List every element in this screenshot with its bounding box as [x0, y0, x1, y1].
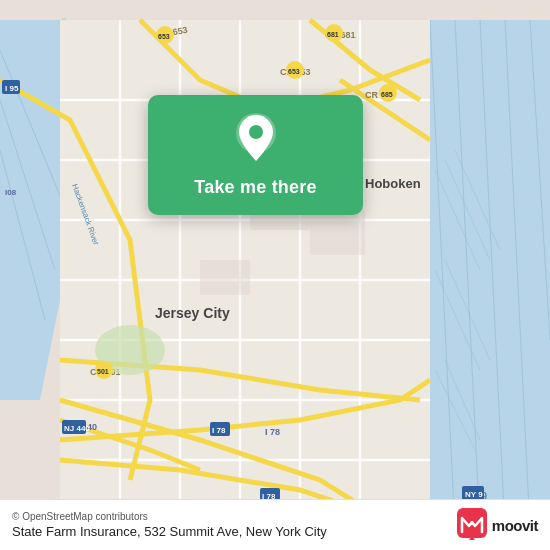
footer-left: © OpenStreetMap contributors State Farm …	[12, 511, 327, 539]
svg-text:I 78: I 78	[212, 426, 226, 435]
address-text: State Farm Insurance, 532 Summit Ave, Ne…	[12, 524, 327, 539]
svg-text:I 95: I 95	[5, 84, 19, 93]
svg-rect-67	[200, 260, 250, 295]
svg-point-70	[249, 125, 263, 139]
svg-text:681: 681	[327, 31, 339, 38]
svg-text:I 78: I 78	[265, 427, 280, 437]
moovit-logo: moovit	[457, 508, 538, 542]
copyright-text: © OpenStreetMap contributors	[12, 511, 327, 522]
map-background: CR 653 CR 681 CR 653 CR 685 I 95 I 78 I …	[0, 0, 550, 550]
svg-rect-68	[310, 210, 365, 255]
svg-text:653: 653	[158, 33, 170, 40]
svg-text:NJ 440: NJ 440	[64, 424, 90, 433]
svg-text:685: 685	[381, 91, 393, 98]
svg-text:Jersey City: Jersey City	[155, 305, 230, 321]
location-pin-icon	[233, 113, 279, 165]
moovit-logo-icon	[457, 508, 487, 542]
take-me-there-button[interactable]: Take me there	[194, 177, 316, 199]
svg-text:653: 653	[288, 68, 300, 75]
take-me-there-card[interactable]: Take me there	[148, 95, 363, 215]
svg-text:501: 501	[97, 368, 109, 375]
pin-icon-wrap	[230, 113, 282, 165]
svg-text:I08: I08	[5, 188, 17, 197]
map-container: CR 653 CR 681 CR 653 CR 685 I 95 I 78 I …	[0, 0, 550, 550]
footer-bar: © OpenStreetMap contributors State Farm …	[0, 499, 550, 550]
moovit-brand-text: moovit	[492, 517, 538, 534]
svg-text:Hoboken: Hoboken	[365, 176, 421, 191]
svg-text:NY 9: NY 9	[465, 490, 483, 499]
